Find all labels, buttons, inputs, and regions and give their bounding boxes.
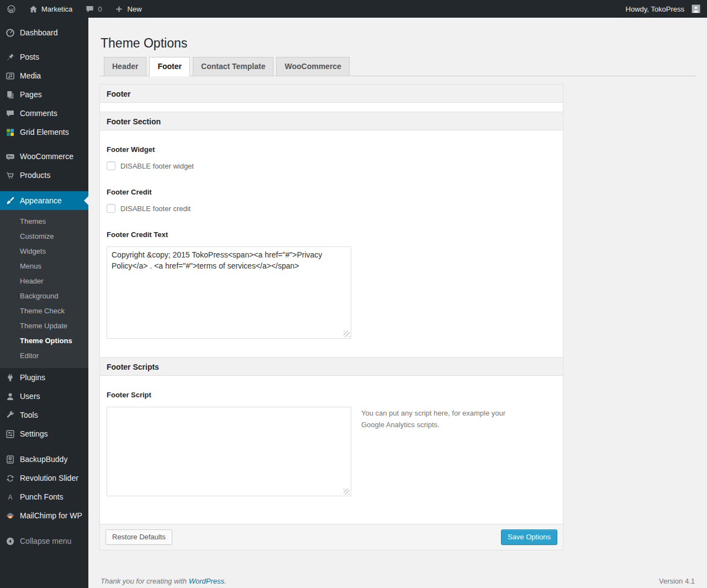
plus-icon (114, 4, 124, 14)
footer-box-title: Footer (100, 84, 563, 103)
paintbrush-icon (4, 195, 15, 206)
sidebar-item-posts[interactable]: Posts (0, 48, 88, 66)
footer-credit-label: Footer Credit (107, 187, 556, 197)
letter-a-icon: A (4, 491, 15, 502)
sidebar-item-punch-fonts[interactable]: A Punch Fonts (0, 487, 88, 506)
user-icon (4, 391, 15, 402)
footer-section-body: Footer Widget DISABLE footer widget Foot… (100, 130, 563, 357)
svg-text:A: A (8, 493, 12, 501)
dashboard-gauge-icon (4, 27, 15, 38)
new-content-link[interactable]: New (108, 0, 148, 18)
disable-footer-widget-checkbox[interactable] (107, 161, 115, 170)
appearance-submenu: Themes Customize Widgets Menus Header Ba… (0, 210, 88, 368)
tab-header[interactable]: Header (104, 57, 146, 76)
sidebar-item-revolution-slider[interactable]: Revolution Slider (0, 469, 88, 487)
footer-thanks-text: Thank you for creating with WordPress. (101, 577, 226, 585)
main-content: Theme Options HeaderFooterContact Templa… (88, 0, 707, 585)
wordpress-logo-icon (6, 4, 16, 14)
home-icon (28, 4, 38, 14)
svg-text:Woo: Woo (7, 155, 13, 158)
sidebar-item-woocommerce[interactable]: Woo WooCommerce (0, 147, 88, 166)
footer-credit-textarea[interactable]: Copyright &copy; 2015 TokoPress<span><a … (107, 246, 351, 339)
collapse-menu-button[interactable]: Collapse menu (0, 532, 88, 550)
collapse-arrow-icon (4, 536, 15, 547)
footer-section-title: Footer Section (100, 112, 563, 130)
submenu-item-editor[interactable]: Editor (0, 348, 88, 363)
submenu-item-theme-check[interactable]: Theme Check (0, 303, 88, 318)
tab-bar: HeaderFooterContact TemplateWooCommerce (99, 57, 696, 76)
avatar (692, 4, 700, 13)
site-name-link[interactable]: Marketica (22, 0, 78, 18)
wordpress-logo-button[interactable] (0, 0, 22, 18)
sliders-icon (4, 428, 15, 439)
footer-script-help-text: You can put any script here, for example… (361, 407, 527, 431)
woocommerce-badge-icon: Woo (4, 151, 15, 162)
sidebar-item-media[interactable]: Media (0, 66, 88, 85)
footer-script-textarea[interactable] (107, 407, 351, 496)
submenu-item-theme-update[interactable]: Theme Update (0, 318, 88, 333)
footer-script-label: Footer Script (107, 390, 556, 400)
admin-footer: Thank you for creating with WordPress. V… (99, 577, 696, 585)
pages-icon (4, 89, 15, 100)
theme-options-panel: Footer Footer Section Footer Widget DISA… (99, 84, 563, 550)
page-title: Theme Options (99, 18, 696, 57)
footer-scripts-body: Footer Script You can put any script her… (100, 376, 563, 524)
submenu-item-themes[interactable]: Themes (0, 214, 88, 229)
mailchimp-monkey-icon (4, 510, 15, 521)
sidebar-item-dashboard[interactable]: Dashboard (0, 23, 88, 42)
howdy-account-link[interactable]: Howdy, TokoPress (620, 4, 700, 13)
disable-footer-widget-text: DISABLE footer widget (120, 162, 194, 170)
submenu-item-customize[interactable]: Customize (0, 229, 88, 244)
grid-elements-icon (4, 127, 15, 138)
save-options-button[interactable]: Save Options (501, 529, 557, 545)
sidebar-item-tools[interactable]: Tools (0, 406, 88, 424)
comments-link[interactable]: 0 (78, 0, 108, 18)
tab-contact-template[interactable]: Contact Template (193, 57, 273, 76)
sidebar-item-mailchimp[interactable]: MailChimp for WP (0, 506, 88, 525)
submenu-item-theme-options[interactable]: Theme Options (0, 333, 88, 348)
howdy-label: Howdy, TokoPress (626, 5, 684, 13)
site-name-label: Marketica (41, 5, 72, 13)
submenu-item-menus[interactable]: Menus (0, 259, 88, 274)
sidebar-item-backupbuddy[interactable]: BackupBuddy (0, 450, 88, 469)
sidebar-item-grid-elements[interactable]: Grid Elements (0, 123, 88, 141)
restore-defaults-button[interactable]: Restore Defaults (105, 529, 172, 545)
disable-footer-credit-checkbox[interactable] (107, 204, 115, 213)
tab-woocommerce[interactable]: WooCommerce (276, 57, 349, 76)
tab-footer[interactable]: Footer (149, 57, 190, 76)
footer-scripts-title: Footer Scripts (100, 357, 563, 376)
panel-action-bar: Restore Defaults Save Options (100, 524, 563, 550)
comment-count: 0 (98, 5, 102, 13)
sidebar-item-appearance[interactable]: Appearance (0, 191, 88, 210)
cycle-arrows-icon (4, 473, 15, 484)
footer-widget-label: Footer Widget (107, 145, 556, 155)
submenu-item-header[interactable]: Header (0, 274, 88, 288)
comment-bubble-icon (85, 4, 94, 14)
version-text: Version 4.1 (659, 577, 695, 585)
backup-drive-icon (4, 454, 15, 465)
submenu-item-background[interactable]: Background (0, 288, 88, 303)
sidebar-item-products[interactable]: Products (0, 166, 88, 185)
submenu-item-widgets[interactable]: Widgets (0, 244, 88, 259)
sidebar-item-users[interactable]: Users (0, 387, 88, 406)
admin-sidebar: Dashboard Posts Media Pages Comments (0, 18, 88, 588)
sidebar-item-settings[interactable]: Settings (0, 424, 88, 443)
media-icon (4, 70, 15, 81)
admin-bar: Marketica 0 New Howdy, TokoPress (0, 0, 707, 18)
wordpress-link[interactable]: WordPress (189, 577, 224, 585)
sidebar-item-comments[interactable]: Comments (0, 104, 88, 123)
sidebar-item-pages[interactable]: Pages (0, 85, 88, 104)
plug-icon (4, 372, 15, 383)
pushpin-icon (4, 51, 15, 62)
wrench-icon (4, 410, 15, 421)
cart-icon (4, 170, 15, 181)
footer-box-body (100, 103, 563, 112)
new-label: New (128, 5, 142, 13)
footer-credit-text-label: Footer Credit Text (107, 230, 556, 240)
disable-footer-credit-text: DISABLE footer credit (120, 204, 191, 213)
comments-bubble-icon (4, 108, 15, 119)
sidebar-item-plugins[interactable]: Plugins (0, 368, 88, 387)
